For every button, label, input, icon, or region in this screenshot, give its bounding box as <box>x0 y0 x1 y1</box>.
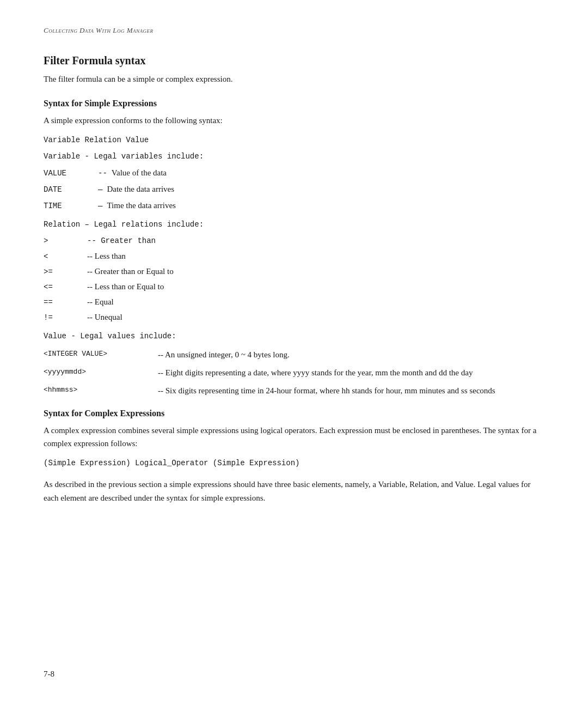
section-block: Filter Formula syntax The filter formula… <box>44 54 544 86</box>
relation-lte-symbol: <= <box>44 283 87 291</box>
simple-expressions-subtitle: Syntax for Simple Expressions <box>44 99 544 108</box>
value-time-desc: -- Six digits representing time in 24-ho… <box>158 384 544 398</box>
simple-expressions-block: Syntax for Simple Expressions A simple e… <box>44 99 544 398</box>
relation-eq-row: == -- Equal <box>44 295 544 308</box>
page-header: Collecting Data with Log Manager <box>44 26 544 35</box>
relation-lte-desc: -- Less than or Equal to <box>87 280 164 293</box>
relation-lt-desc: -- Less than <box>87 249 126 263</box>
relation-header-line: Relation – Legal relations include: <box>44 218 544 232</box>
value-integer-desc: -- An unsigned integer, 0 ~ 4 bytes long… <box>158 348 544 362</box>
intro-text: The filter formula can be a simple or co… <box>44 72 544 86</box>
complex-expressions-block: Syntax for Complex Expressions A complex… <box>44 409 544 505</box>
relation-neq-row: != -- Unequal <box>44 311 544 324</box>
section-title: Filter Formula syntax <box>44 54 544 67</box>
values-table: <INTEGER VALUE> -- An unsigned integer, … <box>44 348 544 397</box>
variable-value-sep: -- <box>98 169 107 178</box>
variable-date-row: DATE — Date the data arrives <box>44 182 544 196</box>
variable-date-name: DATE <box>44 185 98 194</box>
variable-value-desc: Value of the data <box>112 166 167 179</box>
relation-neq-desc: -- Unequal <box>87 311 122 324</box>
complex-syntax-line: (Simple Expression) Logical_Operator (Si… <box>44 457 544 470</box>
value-time-key: <hhmmss> <box>44 384 158 396</box>
relation-lt-row: < -- Less than <box>44 249 544 263</box>
simple-expressions-description: A simple expression conforms to the foll… <box>44 114 544 127</box>
complex-expressions-description1: A complex expression combines several si… <box>44 424 544 451</box>
relation-neq-symbol: != <box>44 313 87 322</box>
variable-value-row: VALUE -- Value of the data <box>44 166 544 179</box>
variable-time-row: TIME — Time the data arrives <box>44 199 544 212</box>
value-date-row: <yyyymmdd> -- Eight digits representing … <box>44 366 544 380</box>
variable-time-name: TIME <box>44 202 98 210</box>
complex-expressions-description2: As described in the previous section a s… <box>44 478 544 505</box>
relation-eq-symbol: == <box>44 298 87 307</box>
relation-eq-desc: -- Equal <box>87 295 114 308</box>
variable-date-desc: Date the data arrives <box>107 182 174 196</box>
value-integer-row: <INTEGER VALUE> -- An unsigned integer, … <box>44 348 544 362</box>
relation-gte-row: >= -- Greater than or Equal to <box>44 265 544 278</box>
variable-time-sep: — <box>98 202 102 210</box>
complex-expressions-subtitle: Syntax for Complex Expressions <box>44 409 544 418</box>
relation-lt-symbol: < <box>44 252 87 261</box>
syntax-line: Variable Relation Value <box>44 134 544 147</box>
variable-value-name: VALUE <box>44 169 98 178</box>
page-number: 7-8 <box>44 670 54 679</box>
value-date-desc: -- Eight digits representing a date, whe… <box>158 366 544 380</box>
value-date-key: <yyyymmdd> <box>44 366 158 378</box>
variable-date-sep: — <box>98 185 102 194</box>
value-time-row: <hhmmss> -- Six digits representing time… <box>44 384 544 398</box>
value-integer-key: <INTEGER VALUE> <box>44 348 158 360</box>
value-header-line: Value - Legal values include: <box>44 330 544 343</box>
relation-gt-desc: -- Greater than <box>87 235 156 247</box>
variable-time-desc: Time the data arrives <box>107 199 176 212</box>
relation-lte-row: <= -- Less than or Equal to <box>44 280 544 293</box>
relation-gte-symbol: >= <box>44 267 87 276</box>
variables-table: VALUE -- Value of the data DATE — Date t… <box>44 166 544 212</box>
relation-gte-desc: -- Greater than or Equal to <box>87 265 174 278</box>
variable-line: Variable - Legal variables include: <box>44 150 544 163</box>
relations-table: > -- Greater than < -- Less than >= -- G… <box>44 235 544 323</box>
relation-gt-row: > -- Greater than <box>44 235 544 247</box>
relation-gt-symbol: > <box>44 236 87 245</box>
